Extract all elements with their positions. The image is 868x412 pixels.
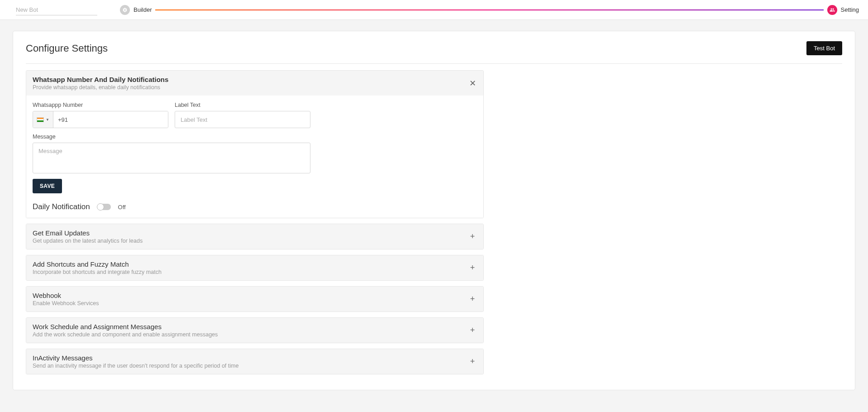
header-steps: Builder Setting [120,5,859,15]
daily-notification-row: Daily Notification Off [33,202,477,211]
top-header: Builder Setting [0,0,868,20]
section-work-schedule: Work Schedule and Assignment Messages Ad… [26,317,484,343]
bot-name-input[interactable] [16,5,97,15]
section-inactivity-title: InActivity Messages [33,354,468,362]
gear-icon [120,5,130,15]
people-icon [827,5,837,15]
step-setting[interactable]: Setting [827,5,859,15]
section-shortcuts-title: Add Shortcuts and Fuzzy Match [33,260,468,268]
test-bot-button[interactable]: Test Bot [806,41,842,55]
phone-label: Whatsappp Number [33,102,168,108]
section-webhook: Webhook Enable Webhook Services + [26,286,484,312]
section-webhook-subtitle: Enable Webhook Services [33,300,468,307]
content-card: Configure Settings Test Bot Whatsapp Num… [13,31,855,390]
message-label: Message [33,134,310,140]
label-text-label: Label Text [175,102,310,108]
section-webhook-header[interactable]: Webhook Enable Webhook Services + [26,287,483,311]
label-text-input[interactable] [175,111,310,128]
plus-icon[interactable]: + [468,326,477,335]
toggle-state-label: Off [118,204,126,211]
plus-icon[interactable]: + [468,357,477,366]
section-webhook-title: Webhook [33,292,468,299]
section-work-schedule-title: Work Schedule and Assignment Messages [33,323,468,331]
section-whatsapp-title: Whatsapp Number And Daily Notifications [33,76,468,83]
builder-label: Builder [134,6,152,13]
flag-india-icon [37,117,44,122]
section-email: Get Email Updates Get updates on the lat… [26,224,484,249]
plus-icon[interactable]: + [468,232,477,241]
daily-notification-label: Daily Notification [33,202,90,211]
phone-input[interactable] [53,111,168,128]
daily-notification-toggle[interactable] [97,204,111,210]
country-selector[interactable]: ▼ [33,111,53,128]
section-shortcuts: Add Shortcuts and Fuzzy Match Incorporat… [26,255,484,281]
phone-input-wrapper: ▼ [33,111,168,128]
chevron-down-icon: ▼ [46,118,49,122]
section-whatsapp-header[interactable]: Whatsapp Number And Daily Notifications … [26,71,483,96]
save-button[interactable]: SAVE [33,179,62,193]
section-inactivity: InActivity Messages Send an inactivity m… [26,349,484,374]
message-textarea[interactable] [33,143,310,173]
step-connector [155,10,823,10]
section-work-schedule-subtitle: Add the work schedule and component and … [33,331,468,338]
setting-label: Setting [841,6,859,13]
section-shortcuts-subtitle: Incorporate bot shortcuts and integrate … [33,269,468,275]
main-area: Configure Settings Test Bot Whatsapp Num… [0,20,868,412]
sections-container: Whatsapp Number And Daily Notifications … [26,70,484,374]
section-shortcuts-header[interactable]: Add Shortcuts and Fuzzy Match Incorporat… [26,255,483,280]
page-header: Configure Settings Test Bot [26,41,842,64]
step-builder[interactable]: Builder [120,5,152,15]
section-email-title: Get Email Updates [33,229,468,237]
section-inactivity-header[interactable]: InActivity Messages Send an inactivity m… [26,349,483,374]
section-email-subtitle: Get updates on the latest analytics for … [33,238,468,244]
section-whatsapp-subtitle: Provide whatsapp details, enable daily n… [33,84,468,91]
plus-icon[interactable]: + [468,263,477,273]
section-whatsapp-body: Whatsappp Number ▼ Label Text [26,96,483,218]
section-inactivity-subtitle: Send an inactivity message if the user d… [33,363,468,369]
section-whatsapp: Whatsapp Number And Daily Notifications … [26,70,484,218]
plus-icon[interactable]: + [468,294,477,304]
section-email-header[interactable]: Get Email Updates Get updates on the lat… [26,224,483,249]
close-icon[interactable]: ✕ [468,78,477,88]
section-work-schedule-header[interactable]: Work Schedule and Assignment Messages Ad… [26,318,483,343]
page-title: Configure Settings [26,43,108,54]
